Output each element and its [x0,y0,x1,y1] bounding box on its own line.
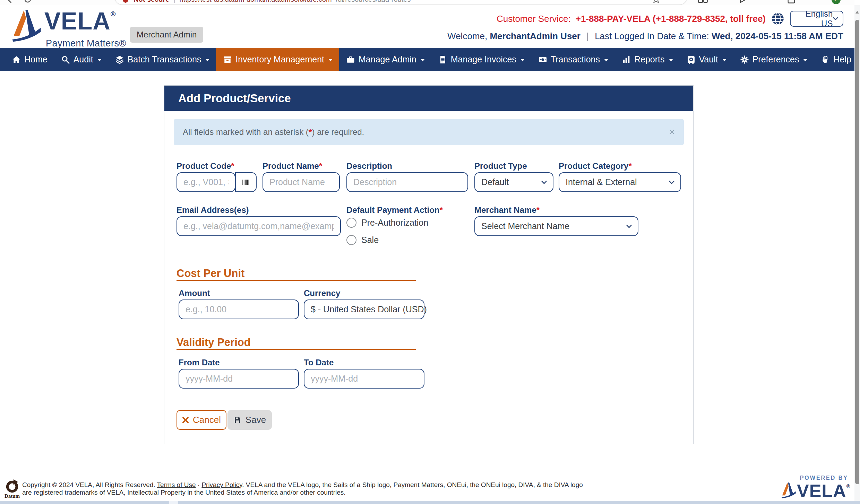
email-input[interactable] [177,216,341,236]
bar-chart-icon [621,55,631,64]
nav-item-manage-admin[interactable]: Manage Admin [339,48,431,71]
browser-back-icon[interactable] [5,0,15,4]
vela-sail-logo-icon [781,482,797,500]
split-screen-icon[interactable] [698,0,708,4]
chevron-down-icon [669,59,673,61]
to-date-label: To Date [304,358,334,367]
customer-service-number: +1-888-PAY-VELA (+1-888-729-8352, toll f… [576,14,766,24]
product-type-label: Product Type [474,161,527,171]
product-category-value: Internal & External [566,177,637,187]
save-floppy-icon [233,416,242,424]
welcome-line: Welcome, MerchantAdmin User | Last Logge… [447,31,843,42]
sidebar-triangle-icon[interactable] [738,0,748,4]
amount-input[interactable] [179,299,299,319]
section-divider [177,349,416,350]
description-input[interactable] [346,172,468,192]
scrollbar-thumb[interactable] [855,20,859,484]
pre-authorization-option[interactable]: Pre-Authorization [346,218,428,228]
product-code-input[interactable] [177,172,235,192]
vertical-scrollbar[interactable] [854,5,860,501]
language-select[interactable]: English US [790,11,843,27]
product-type-select[interactable]: Default [474,172,553,192]
product-code-label: Product Code* [177,161,234,171]
header-right: Customer Service: +1-888-PAY-VELA (+1-88… [447,11,843,42]
payment-action-label: Default Payment Action* [346,205,443,215]
chevron-down-icon [97,59,102,61]
nav-item-audit[interactable]: Audit [54,48,108,71]
chevron-down-icon [328,59,333,61]
welcome-prefix: Welcome, [447,31,487,41]
description-label: Description [346,161,392,171]
radio-label: Pre-Authorization [361,218,428,228]
nav-item-help[interactable]: Help [814,48,860,71]
bookmark-star-icon[interactable] [651,0,661,4]
powered-by-block: POWERED BY VELA® [781,475,850,501]
browser-address-bar[interactable]: Not secure | https://test-tds.datum-doma… [114,0,687,5]
chevron-down-icon [541,180,547,184]
nav-item-batch-transactions[interactable]: Batch Transactions [108,48,216,71]
required-fields-alert: All fields marked with an asterisk (*) a… [174,119,684,145]
brand-tagline: Payment Matters® [46,38,126,49]
address-separator: | [173,0,175,3]
not-secure-label: Not secure [134,0,169,3]
product-category-select[interactable]: Internal & External [559,172,681,192]
save-button[interactable]: Save [227,410,272,430]
merchant-name-value: Select Merchant Name [481,221,569,231]
from-date-input[interactable] [179,369,299,389]
from-date-label: From Date [179,358,220,367]
nav-item-inventory-management[interactable]: Inventory Management [216,48,339,71]
datum-label: Datum [3,493,21,499]
copyright-text: Copyright © 2024 VELA, All Rights Reserv… [22,481,583,496]
invoice-icon [438,55,448,64]
nav-item-reports[interactable]: Reports [615,48,680,71]
barcode-scan-button[interactable] [235,172,257,192]
privacy-policy-link[interactable]: Privacy Policy [201,481,242,488]
url-path: /ui/resources/add-routes [336,0,411,3]
product-type-value: Default [481,177,509,187]
required-asterisk: * [231,161,234,171]
link-separator: · [196,481,202,488]
home-icon [11,55,21,64]
magnifier-icon [61,55,70,64]
nav-item-label: Home [24,54,48,64]
product-name-input[interactable] [263,172,340,192]
browser-chrome: Not secure | https://test-tds.datum-doma… [0,0,854,5]
add-product-service-card: Add Product/Service All fields marked wi… [164,85,694,444]
nav-item-manage-invoices[interactable]: Manage Invoices [431,48,531,71]
nav-item-home[interactable]: Home [5,48,54,71]
cancel-button[interactable]: Cancel [177,410,226,430]
copyright-line1: Copyright © 2024 VELA, All Rights Reserv… [22,481,157,488]
alert-close-icon[interactable]: × [669,127,675,138]
nav-item-label: Audit [74,54,93,64]
nav-item-label: Reports [634,54,665,64]
terms-of-use-link[interactable]: Terms of Use [157,481,196,488]
required-asterisk: * [440,205,443,215]
sale-radio[interactable] [346,235,356,245]
page: Not secure | https://test-tds.datum-doma… [0,0,860,504]
datum-logo-icon [5,479,19,493]
language-value: English US [795,9,833,28]
nav-item-label: Batch Transactions [128,54,201,64]
currency-select[interactable]: $ - United States Dollar (USD) [304,299,424,319]
brand-wordmark: VELA® [44,7,116,35]
nav-item-vault[interactable]: Vault [680,48,733,71]
save-label: Save [246,415,266,425]
merchant-name-select[interactable]: Select Merchant Name [474,216,638,236]
archive-box-icon [223,55,232,64]
barcode-icon [241,178,250,187]
globe-icon[interactable] [771,11,785,26]
hand-icon [820,55,830,64]
chevron-down-icon [421,59,425,61]
alert-text: ) are required. [312,127,364,137]
powered-brand-wordmark: VELA® [797,480,850,501]
to-date-input[interactable] [304,369,424,389]
nav-item-preferences[interactable]: Preferences [733,48,814,71]
pre-authorization-radio[interactable] [346,218,356,228]
sale-option[interactable]: Sale [346,235,379,245]
validity-period-heading: Validity Period [177,336,251,349]
browser-reload-icon[interactable] [23,0,33,4]
share-box-icon[interactable] [786,0,796,4]
scroll-up-arrow-icon[interactable] [855,11,859,14]
nav-item-transactions[interactable]: Transactions [531,48,615,71]
extension-check-icon[interactable]: ✓ [832,0,841,4]
